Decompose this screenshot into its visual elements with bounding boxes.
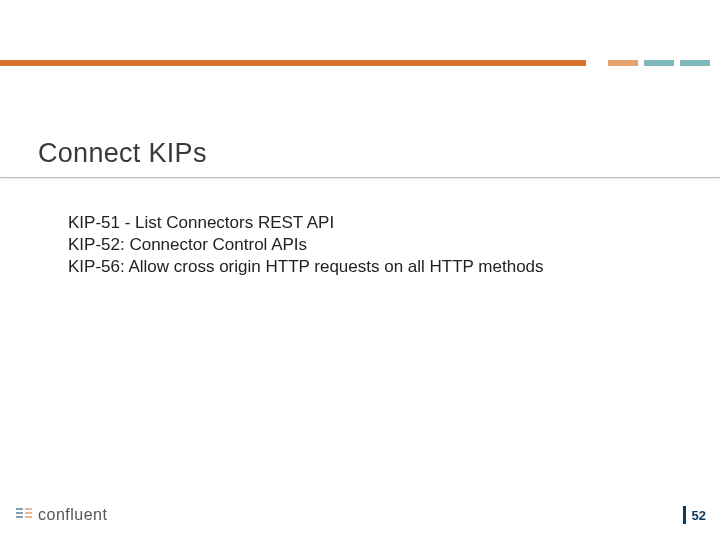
confluent-mark-icon xyxy=(14,503,34,527)
page-title: Connect KIPs xyxy=(0,138,720,177)
page-number-box: 52 xyxy=(683,506,706,524)
body-content: KIP-51 - List Connectors REST API KIP-52… xyxy=(68,212,680,278)
accent-bar-segment xyxy=(644,60,674,66)
page-number: 52 xyxy=(692,508,706,523)
title-area: Connect KIPs xyxy=(0,138,720,178)
brand-name: confluent xyxy=(38,506,107,524)
body-line: KIP-52: Connector Control APIs xyxy=(68,234,680,256)
accent-bar-segment xyxy=(608,60,638,66)
title-underline xyxy=(0,177,720,178)
brand-logo: confluent xyxy=(14,503,107,527)
accent-bar xyxy=(0,60,720,66)
accent-bar-gap xyxy=(586,60,602,66)
footer: confluent 52 xyxy=(14,502,706,528)
accent-bar-segment xyxy=(680,60,710,66)
page-number-bar xyxy=(683,506,686,524)
slide: Connect KIPs KIP-51 - List Connectors RE… xyxy=(0,0,720,540)
body-line: KIP-56: Allow cross origin HTTP requests… xyxy=(68,256,680,278)
body-line: KIP-51 - List Connectors REST API xyxy=(68,212,680,234)
accent-bar-main xyxy=(0,60,586,66)
